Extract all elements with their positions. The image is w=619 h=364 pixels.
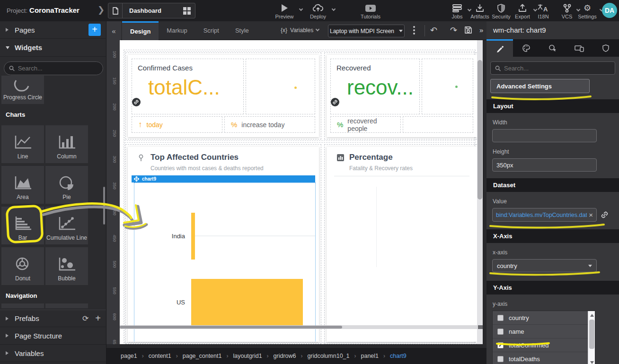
- width-input[interactable]: [492, 129, 597, 142]
- design-canvas[interactable]: Confirmed Cases totalC...: [120, 40, 477, 344]
- recovered-main-cell[interactable]: Recovered recov...: [330, 59, 420, 114]
- binding-badge-icon[interactable]: [132, 98, 141, 106]
- breadcrumb-item[interactable]: gridcolumn10_1: [308, 353, 350, 359]
- sidebar-scrollbar-thumb[interactable]: [103, 187, 105, 225]
- more-options-icon[interactable]: [413, 26, 415, 35]
- advanced-settings-button[interactable]: Advanced Settings: [490, 79, 590, 93]
- confirmed-total-value[interactable]: totalC...: [148, 76, 238, 99]
- checkbox[interactable]: [497, 356, 504, 362]
- widget-tile-line[interactable]: Line: [1, 125, 44, 163]
- settings-button[interactable]: ⚙ Settings: [575, 3, 599, 19]
- collapse-left-icon[interactable]: «: [106, 21, 121, 40]
- recovered-card[interactable]: Recovered recov...: [327, 55, 477, 137]
- tab-properties-events[interactable]: [539, 39, 566, 57]
- recovered-side-cell[interactable]: [422, 59, 473, 114]
- sidebar-item-widgets[interactable]: Widgets: [0, 39, 106, 57]
- preview-button[interactable]: Preview: [272, 3, 297, 19]
- checkbox[interactable]: [497, 329, 504, 335]
- yaxis-option-totaldeaths[interactable]: totalDeaths: [493, 352, 588, 364]
- widget-tile-bubble[interactable]: Bubble: [45, 247, 88, 285]
- breadcrumb-item[interactable]: panel1: [361, 353, 379, 359]
- today-cell[interactable]: ↑ today: [132, 116, 222, 133]
- confirmed-side-cell[interactable]: [246, 59, 315, 114]
- tab-properties-devices[interactable]: [566, 39, 592, 57]
- pages-grid-icon[interactable]: [183, 7, 191, 15]
- listbox-scrollbar[interactable]: [588, 311, 595, 364]
- widget-tile-pie[interactable]: Pie: [45, 166, 88, 204]
- top-affected-panel[interactable]: Top Affected Countries Countries with mo…: [128, 147, 319, 342]
- widget-tile-area[interactable]: Area: [1, 166, 44, 204]
- canvas-vertical-scrollbar[interactable]: [477, 40, 483, 344]
- scroll-up-icon[interactable]: [590, 314, 594, 317]
- sidebar-item-page-structure[interactable]: Page Structure: [0, 327, 106, 345]
- widget-tile-progress-circle[interactable]: Progress Circle: [1, 76, 44, 104]
- properties-search[interactable]: [490, 61, 615, 75]
- tab-markup[interactable]: Markup: [159, 21, 195, 40]
- widget-tile-donut[interactable]: Donut: [1, 247, 44, 285]
- widget-tile-cumulative-line[interactable]: Cumulative Line: [45, 207, 88, 244]
- canvas-horizontal-scrollbar[interactable]: [120, 325, 483, 329]
- bar[interactable]: [191, 213, 195, 260]
- recovered-total-value[interactable]: recov...: [347, 76, 414, 99]
- widget-search[interactable]: [4, 61, 103, 75]
- tab-style[interactable]: Style: [227, 21, 257, 40]
- breadcrumb-item[interactable]: layoutgrid1: [233, 353, 262, 359]
- sidebar-item-variables[interactable]: Variables: [0, 345, 106, 362]
- scroll-down-icon[interactable]: [590, 361, 594, 364]
- confirmed-cases-card[interactable]: Confirmed Cases totalC...: [128, 55, 319, 137]
- yaxis-option-country[interactable]: country: [493, 311, 588, 325]
- bar[interactable]: [191, 279, 303, 326]
- vcs-button[interactable]: VCS: [558, 3, 575, 19]
- properties-search-input[interactable]: [504, 65, 610, 72]
- clear-binding-icon[interactable]: ×: [589, 211, 593, 219]
- jobs-button[interactable]: Jobs: [448, 3, 466, 19]
- user-avatar[interactable]: DA: [602, 3, 617, 18]
- chevron-down-icon[interactable]: [332, 7, 336, 11]
- add-prefab-icon[interactable]: +: [95, 313, 101, 324]
- expand-right-icon[interactable]: »: [479, 26, 483, 34]
- chevron-down-icon[interactable]: [299, 7, 303, 11]
- undo-icon[interactable]: ↶: [430, 25, 437, 35]
- device-selector[interactable]: Laptop with MDPI Screen: [328, 25, 405, 37]
- variables-menu[interactable]: {x} Variables: [281, 27, 319, 34]
- sidebar-item-prefabs[interactable]: Prefabs ⟳+: [0, 310, 106, 327]
- breadcrumb-item[interactable]: page1: [121, 353, 137, 359]
- confirmed-main-cell[interactable]: Confirmed Cases totalC...: [132, 59, 244, 114]
- widget-tile-column[interactable]: Column: [45, 125, 88, 163]
- scrollbar-thumb[interactable]: [478, 60, 482, 199]
- widget-search-input[interactable]: [18, 65, 98, 72]
- scrollbar-thumb[interactable]: [120, 326, 342, 329]
- tab-properties-security[interactable]: [592, 39, 619, 57]
- add-page-button[interactable]: +: [88, 24, 101, 36]
- recovered-people-cell[interactable]: % recovered people: [330, 116, 401, 133]
- yaxis-option-name[interactable]: name: [493, 325, 588, 338]
- percentage-panel[interactable]: Percentage Fatality & Recovery rates: [327, 147, 477, 342]
- widget-tile-bar[interactable]: Bar: [1, 207, 44, 244]
- tab-properties-edit[interactable]: [486, 39, 513, 57]
- checkbox[interactable]: [497, 315, 504, 321]
- breadcrumb-item[interactable]: chart9: [390, 353, 407, 359]
- selected-widget-bar[interactable]: chart9: [132, 175, 315, 182]
- deploy-button[interactable]: Deploy: [307, 3, 329, 19]
- refresh-icon[interactable]: ⟳: [82, 314, 88, 323]
- bind-link-icon[interactable]: [600, 210, 610, 220]
- yaxis-option-totalconfirmed[interactable]: totalConfirmed: [493, 338, 588, 352]
- tab-script[interactable]: Script: [195, 21, 227, 40]
- binding-badge-icon[interactable]: [331, 98, 339, 106]
- security-button[interactable]: Security: [490, 3, 512, 19]
- breadcrumb-item[interactable]: gridrow6: [274, 353, 296, 359]
- breadcrumb-item[interactable]: page_content1: [183, 353, 222, 359]
- tab-properties-style[interactable]: [513, 39, 539, 57]
- redo-icon[interactable]: ↷: [450, 25, 457, 35]
- dataset-value-input[interactable]: bind:Variables.mvTopCountries.dataSe ×: [492, 208, 597, 222]
- scrollbar-thumb[interactable]: [589, 320, 594, 349]
- page-tab-dashboard[interactable]: Dashboard: [108, 3, 195, 18]
- i18n-button[interactable]: A I18N: [534, 3, 553, 19]
- save-icon[interactable]: [464, 26, 472, 36]
- height-input[interactable]: [492, 158, 597, 172]
- yaxis-listbox[interactable]: country name totalConfirmed totalDeaths: [492, 311, 595, 364]
- artifacts-button[interactable]: Artifacts: [469, 3, 491, 19]
- tab-design[interactable]: Design: [122, 21, 159, 40]
- checkbox[interactable]: [497, 342, 504, 348]
- xaxis-select[interactable]: country: [492, 259, 597, 272]
